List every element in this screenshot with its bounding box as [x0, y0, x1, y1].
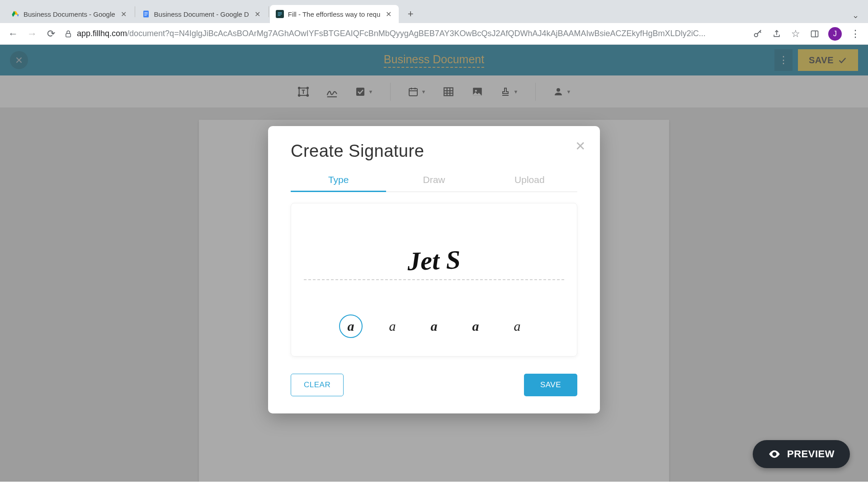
forward-button: →: [26, 28, 38, 40]
modal-tab-bar: Type Draw Upload: [291, 169, 577, 192]
tab-close-icon[interactable]: ✕: [253, 10, 262, 19]
tab-divider: [269, 6, 269, 17]
tab-title: Business Document - Google D: [154, 10, 249, 18]
lock-icon: [64, 30, 72, 38]
svg-point-34: [774, 453, 776, 455]
menu-icon[interactable]: ⋮: [850, 28, 861, 39]
font-option-4[interactable]: a: [464, 314, 487, 338]
url-text: app.fillhq.com/document?q=N4IglgJiBcAcAs…: [77, 29, 706, 38]
tab-close-icon[interactable]: ✕: [384, 10, 393, 19]
tab-type[interactable]: Type: [291, 169, 386, 192]
svg-rect-3: [144, 15, 146, 15]
eye-icon: [768, 448, 781, 460]
modal-close-button[interactable]: ✕: [575, 139, 585, 154]
share-icon[interactable]: [771, 28, 782, 39]
modal-save-button[interactable]: SAVE: [524, 374, 577, 396]
clear-button[interactable]: CLEAR: [291, 374, 344, 396]
svg-rect-2: [144, 14, 148, 14]
font-option-5[interactable]: a: [505, 314, 529, 338]
browser-tab-strip: Business Documents - Google ✕ Business D…: [0, 0, 868, 23]
svg-rect-10: [811, 31, 818, 37]
tab-title: Business Documents - Google: [24, 10, 115, 18]
font-option-1[interactable]: a: [339, 314, 363, 338]
svg-rect-8: [66, 33, 71, 37]
modal-footer: CLEAR SAVE: [291, 374, 577, 396]
browser-tab[interactable]: Business Document - Google D ✕: [136, 5, 268, 23]
preview-label: PREVIEW: [787, 448, 835, 460]
signature-modal: ✕ Create Signature Type Draw Upload Jet …: [268, 126, 600, 413]
fill-icon: [275, 9, 284, 19]
modal-title: Create Signature: [291, 141, 577, 161]
docs-icon: [142, 9, 151, 19]
url-field[interactable]: app.fillhq.com/document?q=N4IglgJiBcAcAs…: [64, 29, 745, 38]
profile-avatar[interactable]: J: [828, 27, 842, 41]
drive-icon: [11, 9, 20, 19]
tab-divider: [135, 6, 135, 17]
preview-button[interactable]: PREVIEW: [753, 440, 850, 468]
font-option-3[interactable]: a: [422, 314, 446, 338]
signature-text: Jet S: [407, 244, 461, 277]
svg-rect-6: [278, 14, 282, 14]
back-button[interactable]: ←: [7, 28, 19, 40]
tabs-dropdown-icon[interactable]: ⌄: [852, 10, 859, 20]
svg-point-9: [755, 33, 758, 37]
signature-line[interactable]: Jet S: [304, 217, 564, 280]
tab-upload[interactable]: Upload: [482, 169, 577, 192]
font-option-2[interactable]: a: [381, 314, 404, 338]
browser-tab-active[interactable]: Fill - The effortless way to requ ✕: [270, 5, 399, 23]
new-tab-button[interactable]: +: [402, 6, 419, 22]
star-icon[interactable]: ☆: [790, 28, 801, 39]
key-icon[interactable]: [752, 28, 763, 39]
tab-draw[interactable]: Draw: [386, 169, 481, 192]
svg-rect-5: [278, 12, 282, 13]
font-options: a a a a a: [304, 314, 564, 338]
reload-button[interactable]: ⟳: [45, 28, 57, 40]
tab-title: Fill - The effortless way to requ: [288, 10, 381, 18]
svg-rect-1: [144, 12, 148, 13]
bottom-strip: [0, 482, 868, 488]
signature-preview-box: Jet S a a a a a: [291, 203, 577, 357]
svg-rect-7: [278, 15, 280, 16]
browser-url-bar: ← → ⟳ app.fillhq.com/document?q=N4IglgJi…: [0, 23, 868, 45]
modal-overlay[interactable]: ✕ Create Signature Type Draw Upload Jet …: [0, 45, 868, 482]
browser-tab[interactable]: Business Documents - Google ✕: [5, 5, 134, 23]
tab-close-icon[interactable]: ✕: [119, 10, 128, 19]
panel-icon[interactable]: [809, 28, 820, 39]
